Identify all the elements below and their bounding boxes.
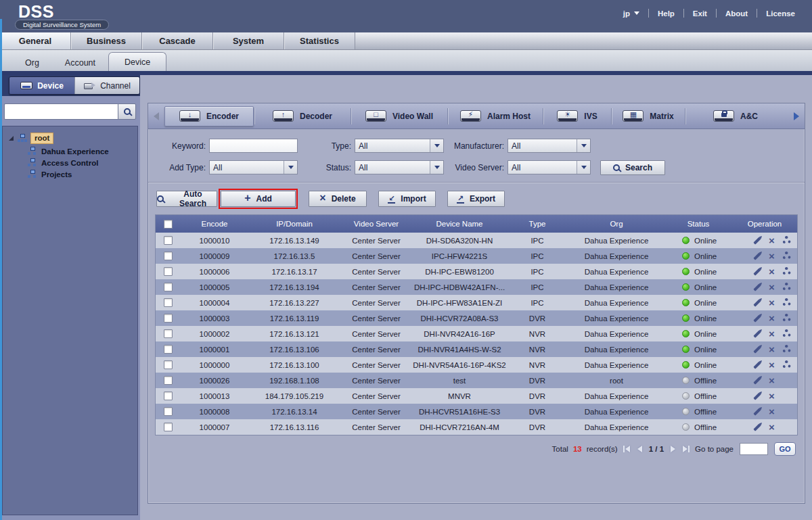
device-view-button[interactable]: Device [9,77,74,94]
edit-icon[interactable] [753,361,761,369]
manufacturer-dropdown-button[interactable] [577,139,590,152]
settings-icon[interactable] [782,236,791,245]
device-tab-decoder[interactable]: ↑Decoder [254,103,351,129]
settings-icon[interactable] [782,360,791,369]
edit-icon[interactable] [753,330,761,337]
edit-icon[interactable] [753,346,761,353]
row-checkbox[interactable] [164,360,173,369]
settings-icon[interactable] [782,298,791,307]
edit-icon[interactable] [753,268,761,275]
settings-icon[interactable] [782,345,791,354]
column-header-org[interactable]: Org [568,220,664,228]
tab-general[interactable]: General [0,32,71,49]
tab-system[interactable]: System [213,32,284,49]
tree-node-dahua-experience[interactable]: Dahua Experience [27,147,137,156]
tab-business[interactable]: Business [71,32,142,49]
column-header-operation[interactable]: Operation [732,220,797,228]
row-checkbox[interactable] [164,283,173,291]
delete-icon[interactable] [769,235,775,245]
type-dropdown-button[interactable] [430,139,443,152]
search-button[interactable]: Search [600,160,665,175]
row-checkbox[interactable] [164,423,173,431]
type-dropdown[interactable]: All [355,139,444,153]
prev-page-button[interactable] [635,446,644,452]
device-tab-video-wall[interactable]: □Video Wall [351,103,447,129]
import-button[interactable]: Import [378,191,436,207]
edit-icon[interactable] [753,377,761,384]
status-dropdown[interactable]: All [355,160,444,174]
row-checkbox[interactable] [164,329,173,338]
subtab-account[interactable]: Account [52,55,108,71]
delete-icon[interactable] [769,422,775,432]
delete-icon[interactable] [769,282,775,292]
delete-icon[interactable] [769,298,775,308]
menu-exit[interactable]: Exit [684,9,716,18]
subtab-device[interactable]: Device [108,52,166,71]
export-button[interactable]: Export [447,191,505,207]
edit-icon[interactable] [753,314,761,322]
column-header-device-name[interactable]: Device Name [413,220,506,228]
row-checkbox[interactable] [164,236,173,245]
delete-button[interactable]: Delete [309,191,367,207]
column-header-ip-domain[interactable]: IP/Domain [249,220,340,228]
scroll-left-icon[interactable] [154,112,159,120]
delete-icon[interactable] [769,329,775,339]
row-checkbox[interactable] [164,392,173,400]
row-checkbox[interactable] [164,267,173,276]
column-header-type[interactable]: Type [506,220,568,228]
settings-icon[interactable] [782,267,791,276]
goto-page-input[interactable] [740,443,768,455]
delete-icon[interactable] [769,344,775,354]
delete-icon[interactable] [769,406,775,417]
device-tab-ivs[interactable]: ☀IVS [543,103,611,129]
device-tab-a-c[interactable]: A&C [685,103,786,129]
row-checkbox[interactable] [164,407,173,416]
edit-icon[interactable] [753,283,761,291]
delete-icon[interactable] [769,375,775,385]
edit-icon[interactable] [753,299,761,306]
edit-icon[interactable] [753,423,761,431]
video-server-dropdown[interactable]: All [508,160,591,174]
device-tab-matrix[interactable]: ▦Matrix [612,103,685,129]
auto-search-button[interactable]: Auto Search [156,191,217,207]
column-header-encode[interactable]: Encode [180,220,249,228]
keyword-input[interactable] [209,139,298,153]
edit-icon[interactable] [753,252,761,260]
delete-icon[interactable] [769,313,775,323]
last-page-button[interactable] [681,446,692,452]
row-checkbox[interactable] [164,298,173,307]
edit-icon[interactable] [753,237,761,244]
video-server-dropdown-button[interactable] [577,161,590,174]
column-header-video-server[interactable]: Video Server [340,220,413,228]
settings-icon[interactable] [782,252,791,260]
subtab-org[interactable]: Org [12,55,52,71]
add-type-dropdown[interactable]: All [209,160,298,174]
column-header-status[interactable]: Status [664,220,732,228]
device-tab-encoder[interactable]: ↓Encoder [164,106,254,126]
settings-icon[interactable] [782,329,791,338]
delete-icon[interactable] [769,251,775,261]
row-checkbox[interactable] [164,314,173,323]
add-button[interactable]: Add [221,191,296,207]
channel-view-button[interactable]: Channel [74,77,139,94]
manufacturer-dropdown[interactable]: All [508,139,591,153]
tree-node-access-control[interactable]: Access Control [27,158,137,167]
edit-icon[interactable] [753,408,761,415]
select-all-checkbox[interactable] [164,220,173,229]
add-type-dropdown-button[interactable] [284,161,297,174]
tab-statistics[interactable]: Statistics [284,32,355,49]
delete-icon[interactable] [769,360,775,370]
tree-search-button[interactable] [118,103,136,120]
tree-node-root[interactable]: root [30,133,53,144]
row-checkbox[interactable] [164,252,173,260]
tree-search-input[interactable] [4,103,118,120]
go-button[interactable]: GO [774,442,796,456]
tree-expander-icon[interactable] [9,136,14,141]
menu-license[interactable]: License [757,9,804,18]
menu-about[interactable]: About [717,9,757,18]
first-page-button[interactable] [621,446,632,452]
delete-icon[interactable] [769,266,775,277]
tree-node-projects[interactable]: Projects [27,170,137,179]
delete-icon[interactable] [769,391,775,401]
scroll-right-icon[interactable] [794,112,799,120]
